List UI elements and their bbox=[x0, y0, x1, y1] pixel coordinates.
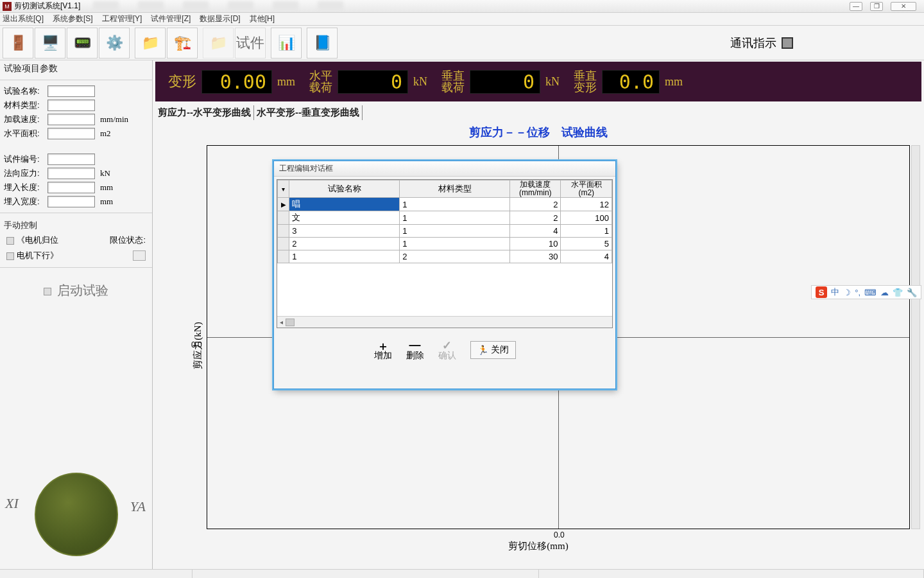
chart-vscroll[interactable] bbox=[911, 145, 920, 529]
toolbar-chart-icon[interactable]: 📊 bbox=[271, 28, 302, 58]
table-row[interactable]: 1 2 30 4 bbox=[278, 250, 612, 263]
vload-value: 0 bbox=[470, 70, 540, 94]
maximize-button[interactable]: ❐ bbox=[870, 2, 883, 11]
dialog-hscroll[interactable]: ◂ bbox=[277, 316, 612, 328]
manual-group-title: 手动控制 bbox=[0, 217, 152, 232]
tab-shear-hdef[interactable]: 剪应力--水平变形曲线 bbox=[155, 105, 254, 120]
chart-title: 剪应力－－位移 试验曲线 bbox=[155, 122, 921, 143]
sogou-icon[interactable]: S bbox=[816, 286, 827, 298]
col-area[interactable]: 水平面积(m2) bbox=[561, 180, 612, 198]
ime-cloud-icon[interactable]: ☁ bbox=[880, 288, 889, 297]
table-row[interactable]: 文 1 2 100 bbox=[278, 211, 612, 225]
bury-length-label: 埋入长度: bbox=[4, 182, 45, 193]
window-title: 剪切测试系统[V1.1] bbox=[14, 1, 80, 12]
menu-project-mgmt[interactable]: 工程管理[Y] bbox=[102, 13, 142, 24]
plus-icon: ＋ bbox=[377, 338, 389, 350]
load-speed-label: 加载速度: bbox=[4, 114, 45, 125]
window-controls: — ❐ ✕ bbox=[850, 2, 921, 11]
bury-length-input[interactable] bbox=[47, 182, 95, 193]
minus-icon: — bbox=[409, 338, 421, 350]
toolbar-open-folder-icon[interactable]: 📁 bbox=[135, 28, 166, 58]
dialog-table[interactable]: ▾ 试验名称 材料类型 加载速度(mm/min) 水平面积(m2) ▶ 唱 1 … bbox=[277, 180, 612, 263]
hload-value: 0 bbox=[338, 70, 408, 94]
check-icon: ✓ bbox=[442, 338, 452, 350]
ime-keyboard-icon[interactable]: ⌨ bbox=[864, 288, 877, 297]
col-test-name[interactable]: 试验名称 bbox=[289, 180, 400, 198]
toolbar-gauge-icon[interactable]: 📟 bbox=[67, 28, 98, 58]
dialog-add-button[interactable]: ＋增加 bbox=[374, 338, 392, 362]
status-bar bbox=[0, 569, 924, 578]
ime-punct-icon[interactable]: °, bbox=[855, 288, 860, 297]
ime-zhong[interactable]: 中 bbox=[831, 286, 839, 298]
bury-length-unit: mm bbox=[100, 182, 113, 193]
logo-ya: YA bbox=[130, 498, 146, 515]
dialog-delete-button[interactable]: —删除 bbox=[406, 338, 424, 362]
bury-width-unit: mm bbox=[100, 197, 113, 207]
col-speed[interactable]: 加载速度(mm/min) bbox=[510, 180, 561, 198]
dialog-table-wrap: ▾ 试验名称 材料类型 加载速度(mm/min) 水平面积(m2) ▶ 唱 1 … bbox=[277, 179, 613, 328]
toolbar-machine-icon[interactable]: ⚙️ bbox=[99, 28, 130, 58]
readout-strip: 变形 0.00 mm 水平载荷 0 kN 垂直载荷 0 kN 垂直变形 0.0 … bbox=[155, 62, 921, 101]
table-row[interactable]: 3 1 4 1 bbox=[278, 225, 612, 238]
ime-moon-icon[interactable]: ☽ bbox=[843, 288, 851, 297]
comm-label: 通讯指示 bbox=[730, 35, 776, 51]
motor-down-check[interactable]: 电机下行》 bbox=[6, 250, 58, 261]
normal-stress-label: 法向应力: bbox=[4, 168, 45, 179]
vdef-label: 垂直变形 bbox=[574, 70, 597, 93]
specimen-no-input[interactable] bbox=[47, 153, 95, 165]
menu-bar: 退出系统[Q] 系统参数[S] 工程管理[Y] 试件管理[Z] 数据显示[D] … bbox=[0, 13, 924, 26]
ime-toolbar[interactable]: S 中 ☽ °, ⌨ ☁ 👕 🔧 bbox=[811, 285, 921, 299]
x-axis-label: 剪切位移(mm) bbox=[155, 540, 921, 552]
hload-label: 水平载荷 bbox=[309, 70, 332, 93]
toolbar: 🚪 🖥️ 📟 ⚙️ 📁 🏗️ 📁 试件 📊 📘 通讯指示 bbox=[0, 26, 924, 60]
limit-status-box bbox=[133, 250, 146, 261]
load-speed-input[interactable] bbox=[47, 114, 95, 125]
test-name-input[interactable] bbox=[47, 85, 95, 97]
toolbar-exit-icon[interactable]: 🚪 bbox=[3, 28, 33, 58]
test-name-label: 试验名称: bbox=[4, 85, 45, 97]
dialog-button-bar: ＋增加 —删除 ✓确认 🏃关闭 bbox=[274, 331, 615, 362]
background-tabs-blur bbox=[87, 0, 809, 12]
comm-indicator: 通讯指示 bbox=[730, 35, 793, 51]
deform-value: 0.00 bbox=[201, 70, 272, 94]
menu-specimen-mgmt[interactable]: 试件管理[Z] bbox=[151, 13, 191, 24]
toolbar-project-icon[interactable]: 🏗️ bbox=[167, 28, 198, 58]
normal-stress-input[interactable] bbox=[47, 168, 95, 179]
h-area-input[interactable] bbox=[47, 128, 95, 139]
toolbar-system-icon[interactable]: 🖥️ bbox=[35, 28, 65, 58]
dialog-close-button[interactable]: 🏃关闭 bbox=[470, 341, 516, 359]
specimen-no-label: 试件编号: bbox=[4, 153, 45, 165]
motor-home-check[interactable]: 《电机归位 bbox=[6, 234, 58, 246]
logo-xi: XI bbox=[5, 495, 19, 512]
h-area-label: 水平面积: bbox=[4, 128, 45, 139]
tab-hdef-vdef[interactable]: 水平变形--垂直变形曲线 bbox=[254, 105, 363, 120]
comm-status-box bbox=[782, 37, 793, 49]
col-material[interactable]: 材料类型 bbox=[400, 180, 510, 198]
title-bar: M 剪切测试系统[V1.1] — ❐ ✕ bbox=[0, 0, 924, 13]
left-panel: 试验项目参数 试验名称: 材料类型: 加载速度:mm/min 水平面积:m2 试… bbox=[0, 60, 153, 569]
menu-exit[interactable]: 退出系统[Q] bbox=[3, 13, 44, 24]
corner-cell[interactable]: ▾ bbox=[278, 180, 289, 198]
menu-data-display[interactable]: 数据显示[D] bbox=[200, 13, 240, 24]
table-row[interactable]: ▶ 唱 1 2 12 bbox=[278, 198, 612, 211]
close-button[interactable]: ✕ bbox=[891, 2, 916, 11]
toolbar-help-icon[interactable]: 📘 bbox=[307, 28, 338, 58]
table-row[interactable]: 2 1 10 5 bbox=[278, 238, 612, 250]
menu-system-params[interactable]: 系统参数[S] bbox=[53, 13, 93, 24]
toolbar-specimen-icon[interactable]: 试件 bbox=[235, 28, 266, 58]
h-area-unit: m2 bbox=[100, 128, 111, 139]
ime-settings-icon[interactable]: 🔧 bbox=[907, 288, 917, 297]
hload-unit: kN bbox=[413, 75, 427, 89]
x-axis-tick: 0.0 bbox=[554, 530, 565, 539]
start-test-button[interactable]: 启动试验 bbox=[0, 272, 152, 310]
bury-width-input[interactable] bbox=[47, 196, 95, 207]
deform-unit: mm bbox=[277, 75, 295, 89]
minimize-button[interactable]: — bbox=[850, 2, 862, 11]
dialog-confirm-button: ✓确认 bbox=[438, 338, 456, 362]
vdef-unit: mm bbox=[665, 75, 683, 89]
ime-skin-icon[interactable]: 👕 bbox=[893, 288, 903, 297]
menu-other[interactable]: 其他[H] bbox=[250, 13, 275, 24]
bury-width-label: 埋入宽度: bbox=[4, 196, 45, 207]
vload-label: 垂直载荷 bbox=[441, 70, 465, 93]
material-type-input[interactable] bbox=[47, 100, 95, 111]
